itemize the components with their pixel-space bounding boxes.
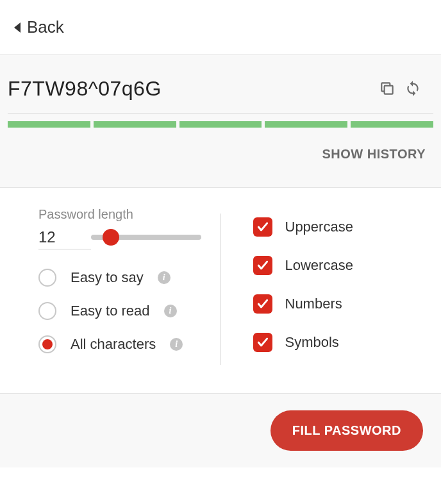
checkbox-label-uppercase: Uppercase [285, 219, 353, 235]
info-icon[interactable]: i [158, 271, 171, 284]
show-history-button[interactable]: SHOW HISTORY [322, 147, 426, 161]
checkbox-label-symbols: Symbols [285, 334, 339, 351]
slider-thumb[interactable] [103, 229, 119, 246]
checkbox-symbols[interactable] [253, 333, 272, 352]
regenerate-button[interactable] [400, 76, 426, 101]
password-display-section: F7TW98^07q6G SHOW HISTORY [0, 55, 441, 188]
svg-rect-0 [385, 86, 393, 94]
check-icon [256, 259, 269, 272]
footer: FILL PASSWORD [0, 394, 441, 467]
header: Back [0, 0, 441, 55]
strength-segment [94, 121, 176, 128]
info-icon[interactable]: i [164, 305, 177, 317]
back-label: Back [27, 17, 64, 37]
checkbox-label-numbers: Numbers [285, 296, 342, 312]
radio-label-easy-to-say: Easy to say [71, 269, 144, 286]
options-section: Password length Easy to say i Easy to re… [0, 188, 441, 394]
generated-password: F7TW98^07q6G [8, 77, 374, 101]
radio-all-characters[interactable] [38, 335, 56, 353]
length-slider[interactable] [91, 230, 201, 245]
copy-icon [379, 80, 395, 97]
info-icon[interactable]: i [170, 338, 183, 351]
strength-segment [8, 121, 90, 128]
strength-meter [0, 113, 441, 128]
radio-label-all-characters: All characters [71, 336, 156, 353]
strength-segment [351, 121, 433, 128]
check-icon [256, 336, 269, 349]
check-icon [256, 221, 269, 233]
checkbox-numbers[interactable] [253, 294, 272, 314]
radio-label-easy-to-read: Easy to read [71, 303, 150, 319]
refresh-icon [404, 80, 421, 97]
copy-button[interactable] [374, 76, 400, 101]
back-arrow-icon [14, 22, 21, 33]
fill-password-button[interactable]: FILL PASSWORD [270, 410, 423, 451]
check-icon [256, 298, 269, 310]
length-input[interactable] [38, 228, 77, 246]
length-label: Password length [38, 207, 201, 222]
back-button[interactable]: Back [14, 17, 64, 37]
strength-segment [179, 121, 262, 128]
radio-easy-to-say[interactable] [38, 269, 56, 287]
strength-segment [265, 121, 347, 128]
radio-easy-to-read[interactable] [38, 302, 56, 320]
checkbox-uppercase[interactable] [253, 217, 272, 237]
checkbox-label-lowercase: Lowercase [285, 257, 353, 274]
checkbox-lowercase[interactable] [253, 256, 272, 275]
